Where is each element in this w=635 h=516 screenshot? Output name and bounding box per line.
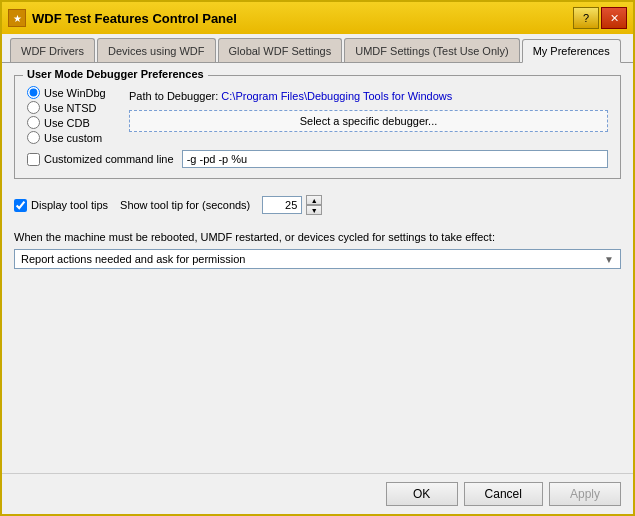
tooltip-row: Display tool tips Show tool tip for (sec… xyxy=(14,189,621,221)
main-content: User Mode Debugger Preferences Use WinDb… xyxy=(2,63,633,514)
cancel-button[interactable]: Cancel xyxy=(464,482,543,506)
radio-ntsd-input[interactable] xyxy=(27,101,40,114)
debugger-right: Path to Debugger: C:\Program Files\Debug… xyxy=(129,86,608,144)
main-window: ★ WDF Test Features Control Panel ? ✕ WD… xyxy=(0,0,635,516)
group-label: User Mode Debugger Preferences xyxy=(23,68,208,80)
radio-ntsd: Use NTSD xyxy=(27,101,117,114)
debugger-group: User Mode Debugger Preferences Use WinDb… xyxy=(14,75,621,179)
radio-cdb: Use CDB xyxy=(27,116,117,129)
title-buttons: ? ✕ xyxy=(573,7,627,29)
tab-wdf-drivers[interactable]: WDF Drivers xyxy=(10,38,95,62)
radio-cdb-input[interactable] xyxy=(27,116,40,129)
radio-ntsd-label[interactable]: Use NTSD xyxy=(44,102,97,114)
tooltip-seconds-input[interactable] xyxy=(262,196,302,214)
apply-button[interactable]: Apply xyxy=(549,482,621,506)
tab-global-wdf[interactable]: Global WDF Settings xyxy=(218,38,343,62)
cmd-checkbox-label[interactable]: Customized command line xyxy=(27,153,174,166)
tab-bar: WDF Drivers Devices using WDF Global WDF… xyxy=(2,34,633,63)
dropdown-arrow-icon: ▼ xyxy=(604,254,614,265)
app-icon: ★ xyxy=(8,9,26,27)
debugger-layout: Use WinDbg Use NTSD Use CDB Use cus xyxy=(27,86,608,144)
radio-custom: Use custom xyxy=(27,131,117,144)
close-button[interactable]: ✕ xyxy=(601,7,627,29)
spinner-down-button[interactable]: ▼ xyxy=(306,205,322,215)
radio-group: Use WinDbg Use NTSD Use CDB Use cus xyxy=(27,86,117,144)
radio-custom-label[interactable]: Use custom xyxy=(44,132,102,144)
tooltip-checkbox[interactable] xyxy=(14,199,27,212)
window-title: WDF Test Features Control Panel xyxy=(32,11,237,26)
spinner-up-button[interactable]: ▲ xyxy=(306,195,322,205)
reboot-dropdown[interactable]: Report actions needed and ask for permis… xyxy=(14,249,621,269)
tooltip-seconds-label: Show tool tip for (seconds) xyxy=(120,199,250,211)
tab-umdf-settings[interactable]: UMDF Settings (Test Use Only) xyxy=(344,38,519,62)
debugger-path-text: Path to Debugger: C:\Program Files\Debug… xyxy=(129,90,608,102)
ok-button[interactable]: OK xyxy=(386,482,458,506)
debugger-path-value: C:\Program Files\Debugging Tools for Win… xyxy=(221,90,452,102)
tooltip-checkbox-label[interactable]: Display tool tips xyxy=(14,199,108,212)
title-bar: ★ WDF Test Features Control Panel ? ✕ xyxy=(2,2,633,34)
cmd-checkbox[interactable] xyxy=(27,153,40,166)
select-debugger-button[interactable]: Select a specific debugger... xyxy=(129,110,608,132)
cmd-input[interactable] xyxy=(182,150,608,168)
radio-windbg-input[interactable] xyxy=(27,86,40,99)
title-bar-left: ★ WDF Test Features Control Panel xyxy=(8,9,237,27)
radio-custom-input[interactable] xyxy=(27,131,40,144)
tab-my-preferences[interactable]: My Preferences xyxy=(522,39,621,63)
radio-windbg-label[interactable]: Use WinDbg xyxy=(44,87,106,99)
content-area: User Mode Debugger Preferences Use WinDb… xyxy=(2,63,633,473)
spacer xyxy=(14,279,621,461)
tab-devices-wdf[interactable]: Devices using WDF xyxy=(97,38,216,62)
debugger-path-area: Path to Debugger: C:\Program Files\Debug… xyxy=(129,90,608,102)
reboot-option-text: Report actions needed and ask for permis… xyxy=(21,253,245,265)
radio-windbg: Use WinDbg xyxy=(27,86,117,99)
cmd-row: Customized command line xyxy=(27,150,608,168)
spinner-buttons: ▲ ▼ xyxy=(306,195,322,215)
radio-cdb-label[interactable]: Use CDB xyxy=(44,117,90,129)
reboot-label: When the machine must be rebooted, UMDF … xyxy=(14,231,621,243)
reboot-section: When the machine must be rebooted, UMDF … xyxy=(14,231,621,269)
help-button[interactable]: ? xyxy=(573,7,599,29)
spinner-group: ▲ ▼ xyxy=(262,195,322,215)
footer: OK Cancel Apply xyxy=(2,473,633,514)
